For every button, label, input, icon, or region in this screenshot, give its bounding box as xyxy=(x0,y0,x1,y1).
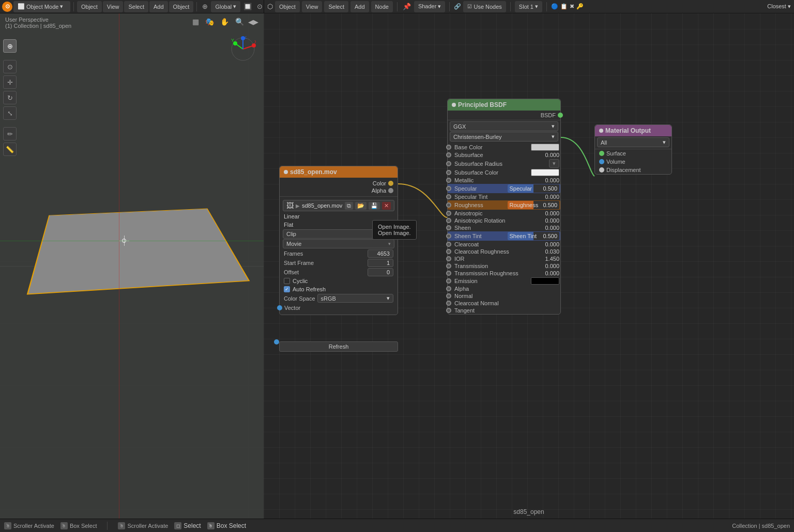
vector-input-socket[interactable] xyxy=(277,305,282,310)
bsdf-input-socket-0[interactable] xyxy=(446,145,451,150)
alpha-output-socket[interactable] xyxy=(388,188,393,193)
color-output-socket[interactable] xyxy=(388,181,393,186)
bsdf-value-6[interactable]: 0.000 xyxy=(539,194,559,200)
bsdf-input-socket-8[interactable] xyxy=(446,211,451,216)
node-select-btn[interactable]: Select xyxy=(324,1,348,12)
refresh-button[interactable]: Refresh xyxy=(279,341,398,352)
close-btn[interactable]: ✕ xyxy=(382,202,391,210)
bsdf-input-socket-21[interactable] xyxy=(446,308,451,313)
bsdf-value-4[interactable]: 0.000 xyxy=(539,177,559,183)
snap-icon[interactable]: 🔲 xyxy=(241,2,254,11)
pin-icon[interactable]: 📌 xyxy=(403,3,411,10)
rotate-tool-btn[interactable]: ↻ xyxy=(3,91,17,104)
bsdf-row-label-19: Normal xyxy=(452,293,559,299)
frames-value[interactable]: 4653 xyxy=(368,249,393,258)
global-btn[interactable]: Global ▾ xyxy=(211,1,240,12)
bsdf-input-socket-18[interactable] xyxy=(446,286,451,291)
bsdf-input-socket-2[interactable] xyxy=(446,161,451,166)
bsdf-value-16[interactable]: 0.000 xyxy=(539,270,559,276)
output-socket-2[interactable] xyxy=(599,167,604,173)
object-menu-btn[interactable]: Object xyxy=(77,1,102,12)
bsdf-input-socket-6[interactable] xyxy=(446,194,451,199)
grid-icon[interactable]: ▦ xyxy=(190,17,201,27)
pin-icon2[interactable]: 🔗 xyxy=(454,3,461,10)
bsdf-input-socket-19[interactable] xyxy=(446,293,451,299)
bsdf-input-socket-11[interactable] xyxy=(446,233,451,239)
object-mode-btn[interactable]: ⬜ Object Mode ▾ xyxy=(13,1,70,12)
bsdf-row-label-17: Emission xyxy=(452,278,530,284)
bsdf-value-15[interactable]: 0.000 xyxy=(539,263,559,269)
output-socket-1[interactable] xyxy=(599,159,604,164)
bsdf-input-socket-13[interactable] xyxy=(446,249,451,254)
view-menu-btn[interactable]: View xyxy=(103,1,124,12)
offset-value[interactable]: 0 xyxy=(368,268,393,276)
bsdf-output-row: BSDF xyxy=(448,111,560,120)
bsdf-bar-5[interactable]: Specular0.500 xyxy=(508,184,560,193)
annotate-tool-btn[interactable]: ✏ xyxy=(3,127,17,140)
bsdf-bar-7[interactable]: Roughness0.500 xyxy=(508,201,560,209)
bsdf-value-8[interactable]: 0.000 xyxy=(539,210,559,216)
browse-btn[interactable]: 📂 xyxy=(355,202,367,210)
movie-dropdown[interactable]: Movie ▾ xyxy=(283,239,394,248)
slot-btn[interactable]: Slot 1 ▾ xyxy=(515,1,542,12)
bsdf-value-1[interactable]: 0.000 xyxy=(539,152,559,158)
add-menu-btn[interactable]: Add xyxy=(149,1,168,12)
bsdf-input-socket-20[interactable] xyxy=(446,301,451,306)
use-nodes-btn[interactable]: ☑ Use Nodes xyxy=(463,1,506,12)
shader-btn[interactable]: Shader ▾ xyxy=(414,1,446,12)
bsdf-input-socket-15[interactable] xyxy=(446,263,451,269)
bsdf-input-socket-1[interactable] xyxy=(446,152,451,158)
bsdf-value-14[interactable]: 1.450 xyxy=(539,256,559,262)
bsdf-input-socket-10[interactable] xyxy=(446,225,451,230)
cursor-tool-btn[interactable]: ⊙ xyxy=(3,60,17,73)
bsdf-bar-11[interactable]: Sheen Tint0.500 xyxy=(508,232,560,240)
bsdf-value-9[interactable]: 0.000 xyxy=(539,217,559,224)
bsdf-value-10[interactable]: 0.000 xyxy=(539,225,559,231)
display-icon[interactable]: 🎭 xyxy=(203,17,216,27)
colorspace-dropdown[interactable]: sRGB ▾ xyxy=(317,294,393,303)
node-view-btn[interactable]: View xyxy=(302,1,323,12)
bsdf-dropdown-2[interactable]: ▾ xyxy=(549,159,559,168)
output-socket-0[interactable] xyxy=(599,151,604,156)
start-frame-value[interactable]: 1 xyxy=(368,259,393,267)
bsdf-value-12[interactable]: 0.000 xyxy=(539,241,559,247)
bsdf-swatch-17[interactable] xyxy=(531,277,559,285)
proportional-icon[interactable]: ⊙ xyxy=(255,2,265,11)
transform-icon[interactable]: ⊕ xyxy=(200,2,210,11)
bsdf-swatch-0[interactable] xyxy=(531,144,559,151)
bsdf-input-socket-3[interactable] xyxy=(446,170,451,175)
select-menu-btn[interactable]: Select xyxy=(124,1,148,12)
auto-refresh-checkbox[interactable]: ✓ xyxy=(284,286,290,292)
measure-tool-btn[interactable]: 📏 xyxy=(3,143,17,156)
bsdf-input-socket-16[interactable] xyxy=(446,271,451,276)
bsdf-swatch-3[interactable] xyxy=(531,169,559,176)
bsdf-input-socket-17[interactable] xyxy=(446,278,451,284)
christensen-dropdown[interactable]: Christensen-Burley ▾ xyxy=(450,132,558,142)
zoom-icon[interactable]: 🔍 xyxy=(233,17,246,27)
material-output-node: Material Output All ▾ SurfaceVolumeDispl… xyxy=(594,124,672,175)
bsdf-input-socket-12[interactable] xyxy=(446,242,451,247)
object-menu-btn2[interactable]: Object xyxy=(169,1,194,12)
save-btn[interactable]: 💾 xyxy=(369,202,380,210)
ggx-dropdown[interactable]: GGX ▾ xyxy=(450,121,558,131)
bsdf-input-socket-14[interactable] xyxy=(446,256,451,261)
node-add-btn[interactable]: Add xyxy=(350,1,369,12)
node-node-btn[interactable]: Node xyxy=(371,1,393,12)
blender-logo[interactable]: ⊙ xyxy=(2,2,12,12)
select-tool-btn[interactable]: ⊕ xyxy=(3,39,17,53)
status-item-3: 🖱 Scroller Activate xyxy=(118,522,168,529)
copy-btn[interactable]: ⧉ xyxy=(345,202,353,210)
move-tool-btn[interactable]: ✛ xyxy=(3,75,17,89)
node-object-btn[interactable]: Object xyxy=(275,1,300,12)
bsdf-value-13[interactable]: 0.030 xyxy=(539,248,559,255)
bsdf-input-socket-4[interactable] xyxy=(446,178,451,183)
hand-icon[interactable]: ✋ xyxy=(218,17,231,27)
bsdf-input-socket-5[interactable] xyxy=(446,186,451,191)
arrow-icon[interactable]: ◀▶ xyxy=(248,18,258,26)
bsdf-input-socket-7[interactable] xyxy=(446,202,451,208)
bsdf-input-socket-9[interactable] xyxy=(446,218,451,223)
bsdf-output-socket[interactable] xyxy=(558,113,563,118)
cyclic-checkbox[interactable] xyxy=(284,278,290,284)
all-dropdown[interactable]: All ▾ xyxy=(597,137,669,147)
scale-tool-btn[interactable]: ⤡ xyxy=(3,106,17,120)
